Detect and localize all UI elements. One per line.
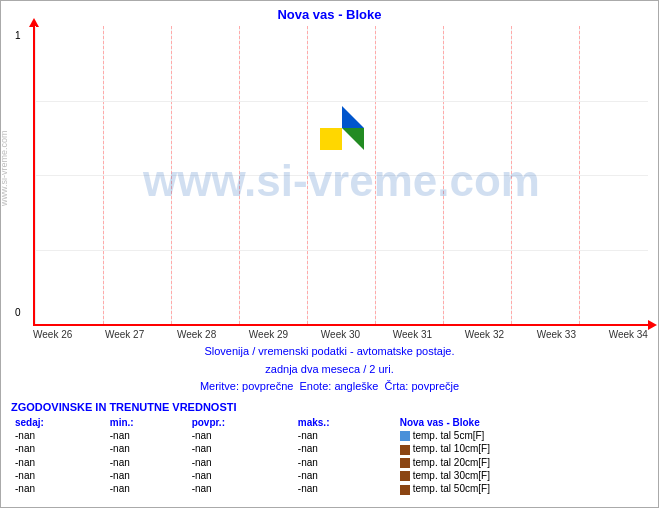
arrow-right-icon (648, 320, 657, 330)
data-table: sedaj: min.: povpr.: maks.: Nova vas - B… (11, 416, 648, 496)
col-header-maks: maks.: (294, 416, 396, 429)
cell-povpr: -nan (188, 442, 294, 455)
subtitle-line-3: Meritve: povprečne Enote: angleške Črta:… (1, 378, 658, 396)
color-swatch (400, 431, 410, 441)
cell-sedaj: -nan (11, 429, 106, 442)
x-label-3: Week 29 (249, 329, 288, 340)
chart-title: Nova vas - Bloke (1, 1, 658, 24)
cell-povpr: -nan (188, 429, 294, 442)
cell-maks: -nan (294, 469, 396, 482)
section-title: ZGODOVINSKE IN TRENUTNE VREDNOSTI (11, 401, 648, 413)
cell-sedaj: -nan (11, 442, 106, 455)
cell-sedaj: -nan (11, 469, 106, 482)
cell-min: -nan (106, 456, 188, 469)
x-label-0: Week 26 (33, 329, 72, 340)
x-axis-labels: Week 26 Week 27 Week 28 Week 29 Week 30 … (33, 329, 648, 340)
x-label-6: Week 32 (465, 329, 504, 340)
cell-min: -nan (106, 482, 188, 495)
cell-label: temp. tal 50cm[F] (396, 482, 648, 495)
col-header-min: min.: (106, 416, 188, 429)
svg-marker-1 (342, 106, 364, 128)
graph-box: www.si-vreme.com (33, 26, 648, 326)
col-header-sedaj: sedaj: (11, 416, 106, 429)
y-label-bottom: 0 (15, 307, 21, 318)
watermark-left: www.si-vreme.com (0, 130, 9, 206)
cell-sedaj: -nan (11, 482, 106, 495)
logo-watermark: www.si-vreme.com (143, 156, 540, 206)
x-label-1: Week 27 (105, 329, 144, 340)
y-label-top: 1 (15, 30, 21, 41)
x-label-8: Week 34 (609, 329, 648, 340)
svg-rect-0 (320, 128, 342, 150)
cell-sedaj: -nan (11, 456, 106, 469)
graph-wrapper: 1 0 (33, 26, 648, 340)
table-row: -nan -nan -nan -nan temp. tal 5cm[F] (11, 429, 648, 442)
cell-min: -nan (106, 429, 188, 442)
logo-icon (320, 106, 364, 152)
cell-povpr: -nan (188, 456, 294, 469)
svg-marker-2 (342, 128, 364, 150)
cell-maks: -nan (294, 442, 396, 455)
table-row: -nan -nan -nan -nan temp. tal 50cm[F] (11, 482, 648, 495)
table-row: -nan -nan -nan -nan temp. tal 10cm[F] (11, 442, 648, 455)
x-label-7: Week 33 (537, 329, 576, 340)
main-container: Nova vas - Bloke www.si-vreme.com 1 0 (0, 0, 659, 508)
color-swatch (400, 471, 410, 481)
cell-label: temp. tal 20cm[F] (396, 456, 648, 469)
cell-maks: -nan (294, 429, 396, 442)
subtitle-area: Slovenija / vremenski podatki - avtomats… (1, 343, 658, 396)
color-swatch (400, 445, 410, 455)
cell-label: temp. tal 5cm[F] (396, 429, 648, 442)
cell-maks: -nan (294, 482, 396, 495)
cell-min: -nan (106, 469, 188, 482)
color-swatch (400, 485, 410, 495)
col-header-povpr: povpr.: (188, 416, 294, 429)
cell-min: -nan (106, 442, 188, 455)
cell-label: temp. tal 30cm[F] (396, 469, 648, 482)
col-header-station: Nova vas - Bloke (396, 416, 648, 429)
bottom-section: ZGODOVINSKE IN TRENUTNE VREDNOSTI sedaj:… (11, 401, 648, 496)
subtitle-line-1: Slovenija / vremenski podatki - avtomats… (1, 343, 658, 361)
cell-povpr: -nan (188, 469, 294, 482)
cell-maks: -nan (294, 456, 396, 469)
x-label-2: Week 28 (177, 329, 216, 340)
x-label-5: Week 31 (393, 329, 432, 340)
subtitle-line-2: zadnja dva meseca / 2 uri. (1, 361, 658, 379)
cell-label: temp. tal 10cm[F] (396, 442, 648, 455)
x-label-4: Week 30 (321, 329, 360, 340)
color-swatch (400, 458, 410, 468)
table-row: -nan -nan -nan -nan temp. tal 20cm[F] (11, 456, 648, 469)
cell-povpr: -nan (188, 482, 294, 495)
table-row: -nan -nan -nan -nan temp. tal 30cm[F] (11, 469, 648, 482)
